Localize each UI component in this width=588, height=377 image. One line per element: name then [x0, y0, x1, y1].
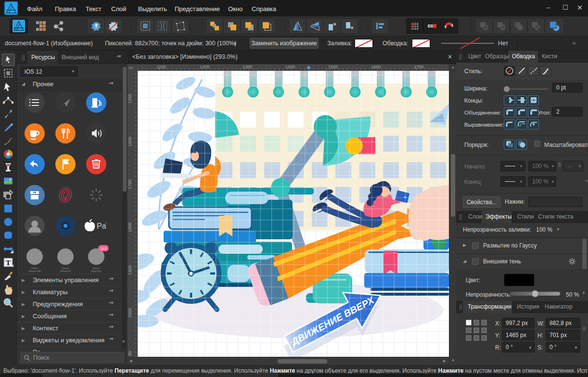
svg-text:123: 123	[101, 247, 106, 250]
svg-text:?: ?	[104, 221, 107, 226]
svg-text:iPad Pro: iPad Pro	[91, 270, 101, 273]
svg-text:T: T	[6, 259, 11, 267]
svg-text:iPhone SE: iPhone SE	[28, 270, 41, 273]
svg-text:iPhone 8: iPhone 8	[60, 270, 71, 273]
